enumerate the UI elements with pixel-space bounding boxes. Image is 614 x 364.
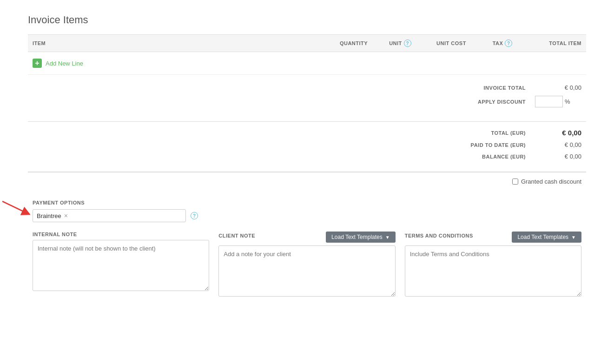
terms-conditions-header-row: TERMS AND CONDITIONS Load Text Templates… bbox=[405, 232, 581, 243]
payment-input-row: Braintree × ? bbox=[33, 209, 581, 222]
payment-info-icon[interactable]: ? bbox=[191, 212, 198, 219]
cash-discount-label: Granted cash discount bbox=[521, 178, 581, 185]
arrow-annotation bbox=[2, 199, 30, 218]
balance-value: € 0,00 bbox=[535, 153, 581, 160]
paid-to-date-label: PAID TO DATE (EUR) bbox=[405, 142, 535, 148]
total-eur-row: TOTAL (EUR) € 0,00 bbox=[405, 129, 581, 137]
table-header: ITEM QUANTITY UNIT ? UNIT COST TAX ? TOT… bbox=[28, 34, 586, 52]
svg-line-1 bbox=[2, 201, 26, 213]
col-header-tax: TAX ? bbox=[479, 40, 526, 47]
client-note-load-template-label: Load Text Templates bbox=[331, 234, 383, 240]
discount-input[interactable] bbox=[535, 96, 563, 107]
col-header-unit: UNIT ? bbox=[377, 40, 423, 47]
add-new-line-button[interactable]: + Add New Line bbox=[33, 59, 83, 68]
paid-to-date-row: PAID TO DATE (EUR) € 0,00 bbox=[405, 141, 581, 148]
client-note-header-row: CLIENT NOTE Load Text Templates ▼ bbox=[218, 232, 395, 243]
terms-conditions-load-template-button[interactable]: Load Text Templates ▼ bbox=[512, 232, 581, 243]
unit-info-icon[interactable]: ? bbox=[404, 40, 411, 47]
client-note-load-template-button[interactable]: Load Text Templates ▼ bbox=[326, 232, 396, 243]
client-note-column: CLIENT NOTE Load Text Templates ▼ bbox=[218, 232, 395, 297]
internal-note-column: INTERNAL NOTE bbox=[33, 232, 209, 297]
paid-to-date-value: € 0,00 bbox=[535, 141, 581, 148]
terms-conditions-load-template-label: Load Text Templates bbox=[517, 234, 568, 240]
invoice-total-row: INVOICE TOTAL € 0,00 bbox=[405, 84, 581, 91]
total-eur-value: € 0,00 bbox=[535, 129, 581, 137]
col-header-item: ITEM bbox=[28, 40, 330, 46]
internal-note-textarea[interactable] bbox=[33, 240, 209, 291]
client-note-chevron-icon: ▼ bbox=[385, 235, 390, 240]
terms-conditions-label: TERMS AND CONDITIONS bbox=[405, 233, 473, 238]
terms-conditions-chevron-icon: ▼ bbox=[571, 235, 576, 240]
cash-discount-checkbox[interactable] bbox=[512, 179, 518, 185]
notes-section: INTERNAL NOTE CLIENT NOTE Load Text Temp… bbox=[28, 222, 586, 306]
client-note-textarea[interactable] bbox=[218, 245, 395, 297]
total-eur-label: TOTAL (EUR) bbox=[405, 130, 535, 136]
apply-discount-label: APPLY DISCOUNT bbox=[405, 99, 535, 105]
invoice-totals-section: INVOICE TOTAL € 0,00 APPLY DISCOUNT % bbox=[28, 75, 586, 122]
terms-conditions-textarea[interactable] bbox=[405, 245, 581, 297]
invoice-total-value: € 0,00 bbox=[535, 84, 581, 91]
invoice-total-label: INVOICE TOTAL bbox=[405, 85, 535, 91]
grand-totals-section: TOTAL (EUR) € 0,00 PAID TO DATE (EUR) € … bbox=[28, 122, 586, 172]
tax-info-icon[interactable]: ? bbox=[505, 40, 512, 47]
col-header-quantity: QUANTITY bbox=[330, 40, 377, 46]
internal-note-label: INTERNAL NOTE bbox=[33, 232, 209, 237]
apply-discount-row: APPLY DISCOUNT % bbox=[405, 96, 581, 107]
balance-row: BALANCE (EUR) € 0,00 bbox=[405, 153, 581, 160]
cash-discount-row: Granted cash discount bbox=[28, 172, 586, 191]
page-title: Invoice Items bbox=[28, 14, 586, 26]
tag-remove-icon[interactable]: × bbox=[64, 212, 68, 219]
client-note-label: CLIENT NOTE bbox=[218, 233, 255, 238]
payment-options-section: PAYMENT OPTIONS Braintree × ? bbox=[28, 191, 586, 222]
apply-discount-value: % bbox=[535, 96, 581, 107]
add-new-line-row: + Add New Line bbox=[28, 52, 586, 75]
payment-tag-input[interactable]: Braintree × bbox=[33, 209, 186, 222]
plus-icon: + bbox=[33, 59, 42, 68]
payment-tag-braintree: Braintree × bbox=[37, 212, 68, 219]
col-header-unit-cost: UNIT COST bbox=[423, 40, 479, 46]
add-new-line-label: Add New Line bbox=[46, 60, 83, 67]
payment-options-label: PAYMENT OPTIONS bbox=[33, 200, 581, 205]
percent-symbol: % bbox=[565, 98, 570, 105]
balance-label: BALANCE (EUR) bbox=[405, 154, 535, 159]
terms-conditions-column: TERMS AND CONDITIONS Load Text Templates… bbox=[405, 232, 581, 297]
col-header-total-item: TOTAL ITEM bbox=[526, 40, 586, 46]
